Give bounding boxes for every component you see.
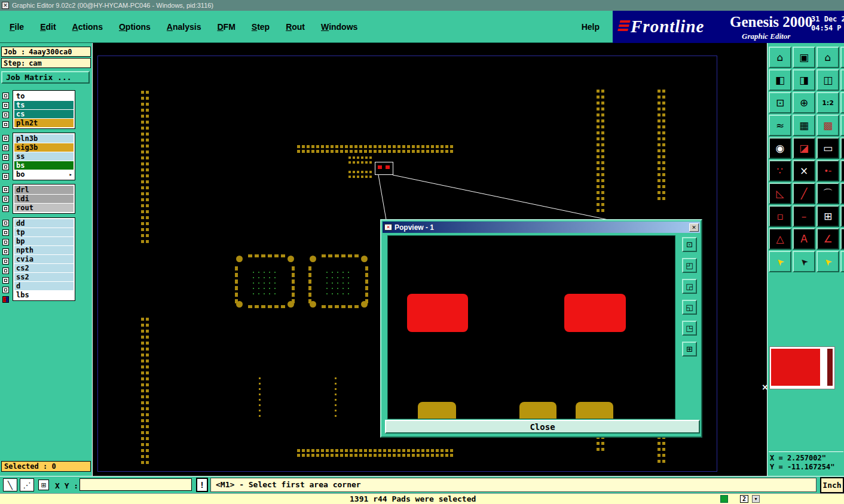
window-titlebar[interactable]: ✕ Graphic Editor 9.02c2 (00@HY-HYCAM-PC0… [0,0,844,11]
toolbar-cursor-plain-button[interactable]: ➤ [769,251,791,272]
toolbar-capture-button[interactable]: ◉ [769,137,791,159]
layer-name-pln2t[interactable]: pln2t [14,119,74,127]
toolbar-cursor-query-button[interactable]: ➤ [817,251,839,272]
popview-pan-right-button[interactable]: ◳ [682,321,697,336]
layer-name-sig3b[interactable]: sig3b [14,143,74,152]
toolbar-view-home-button[interactable]: ▣ [793,47,815,68]
layer-name-ss[interactable]: ss [14,152,74,161]
layer-checkbox-drl[interactable] [2,186,9,193]
layer-name-tp[interactable]: tp [14,228,74,236]
toolbar-clipped-button-2[interactable] [840,69,844,91]
toolbar-clipped-button-1[interactable] [840,47,844,68]
layer-name-lbs[interactable]: lbs [14,291,74,299]
popview-close-button[interactable]: Close [385,420,700,434]
toolbar-zoom-fit-button[interactable]: ⊕ [793,92,815,113]
layer-name-rout[interactable]: rout [14,204,74,212]
layer-checkbox-cs2[interactable] [2,268,9,274]
alert-button[interactable]: ! [196,478,208,492]
toolbar-clipped-button-9[interactable] [840,228,844,250]
layer-name-drl[interactable]: drl [14,186,74,194]
menu-analysis[interactable]: Analysis [167,22,201,32]
toolbar-clipped-button-4[interactable] [840,115,844,136]
layer-checkbox-rout[interactable] [2,205,9,212]
layer-checkbox-dd[interactable] [2,220,9,226]
app-icon[interactable]: ✕ [2,2,9,9]
layer-name-cvia[interactable]: cvia [14,255,74,263]
layer-checkbox-ss[interactable] [2,154,9,161]
menu-windows[interactable]: Windows [321,22,357,32]
grid-toggle-button[interactable]: ⊞ [38,480,49,490]
popview-pan-down-button[interactable]: ◲ [682,279,697,294]
xy-input[interactable] [79,478,192,491]
popview-pan-up-button[interactable]: ◰ [682,258,697,273]
menu-actions[interactable]: Actions [72,22,103,32]
menu-edit[interactable]: Edit [40,22,56,32]
menu-dfm[interactable]: DFM [217,22,235,32]
toolbar-measure-button[interactable]: ≈ [769,115,791,136]
layer-name-dd[interactable]: dd [14,219,74,228]
toolbar-clipped-button-8[interactable] [840,205,844,227]
toolbar-break-button[interactable]: × [793,160,815,182]
layer-name-ldi[interactable]: ldi [14,195,74,203]
menu-rout[interactable]: Rout [286,22,305,32]
toolbar-zoom-ratio-button[interactable]: 1:2 [817,92,839,113]
toolbar-clipped-button-10[interactable] [840,251,844,272]
layer-name-d[interactable]: d [14,282,74,290]
layer-name-bp[interactable]: bp [14,237,74,245]
layer-name-cs[interactable]: cs [14,110,74,118]
layer-context-arrow-icon[interactable]: ▸ [69,171,72,178]
toolbar-home-button[interactable]: ⌂ [769,47,791,68]
layer-name-npth[interactable]: npth [14,246,74,254]
layer-checkbox-cs[interactable] [2,112,9,118]
toolbar-clipped-button-7[interactable] [840,183,844,204]
toolbar-pan-right-button[interactable]: ◨ [793,69,815,91]
popview-zoom-fit-button[interactable]: ⊡ [682,237,697,252]
layer-name-ss2[interactable]: ss2 [14,273,74,281]
layer-name-ts[interactable]: ts [14,101,74,109]
toolbar-angle-button[interactable]: ∠ [817,228,839,250]
toolbar-pad-box-button[interactable]: ▫ [769,205,791,227]
layer-name-pln3b[interactable]: pln3b [14,134,74,143]
tray-count-badge[interactable]: 2 [740,495,748,503]
layer-checkbox-bo[interactable] [2,173,9,180]
toolbar-diagonal-button[interactable]: ╱ [793,183,815,204]
menu-file[interactable]: File [10,22,24,32]
toolbar-pan-left-button[interactable]: ◧ [769,69,791,91]
menu-step[interactable]: Step [252,22,270,32]
layer-name-cs2[interactable]: cs2 [14,264,74,272]
toolbar-slope-button[interactable]: ◺ [769,183,791,204]
toolbar-cursor-select-button[interactable]: ➤ [793,251,815,272]
layer-checkbox-cvia[interactable] [2,258,9,265]
toolbar-net-points-button[interactable]: ∵ [769,160,791,182]
toolbar-tile-windows-button[interactable]: ◫ [817,69,839,91]
layer-checkbox-pln3b[interactable] [2,135,9,142]
layer-checkbox-ts[interactable] [2,102,9,109]
toolbar-clipped-button-3[interactable] [840,92,844,113]
toolbar-triangle-button[interactable]: △ [769,228,791,250]
units-button[interactable]: Inch [820,477,844,493]
job-field[interactable]: Job : 4aay300ca0 [1,47,91,57]
popview-sync-view-button[interactable]: ⊞ [682,342,697,357]
step-field[interactable]: Step: cam [1,58,91,68]
layer-checkbox-bs[interactable] [2,164,9,170]
popview-titlebar[interactable]: ✕ Popview - 1 ✕ [383,222,700,233]
layer-name-bs[interactable]: bs [14,161,74,170]
layer-checkbox-lbs[interactable] [2,296,9,303]
toolbar-arc-button[interactable]: ⌒ [817,183,839,204]
toolbar-pad-line-button[interactable]: •– [817,160,839,182]
layer-checkbox-ldi[interactable] [2,196,9,202]
popview-close-x-button[interactable]: ✕ [689,223,699,232]
layer-name-bo[interactable]: bo▸ [14,170,74,179]
measure-mode-button[interactable]: ⋰ [20,478,34,491]
toolbar-color-table-button[interactable]: ▩ [817,115,839,136]
menu-help[interactable]: Help [582,22,600,32]
layer-checkbox-pln2t[interactable] [2,121,9,128]
layer-checkbox-to[interactable] [2,93,9,99]
toolbar-grid-button[interactable]: ▦ [793,115,815,136]
toolbar-dash-button[interactable]: – [793,205,815,227]
toolbar-highlight-button[interactable]: ◪ [793,137,815,159]
layer-checkbox-ss2[interactable] [2,277,9,284]
toolbar-ruler-button[interactable]: ▭ [817,137,839,159]
job-matrix-button[interactable]: Job Matrix ... [1,71,90,84]
toolbar-zoom-window-button[interactable]: ⊡ [769,92,791,113]
